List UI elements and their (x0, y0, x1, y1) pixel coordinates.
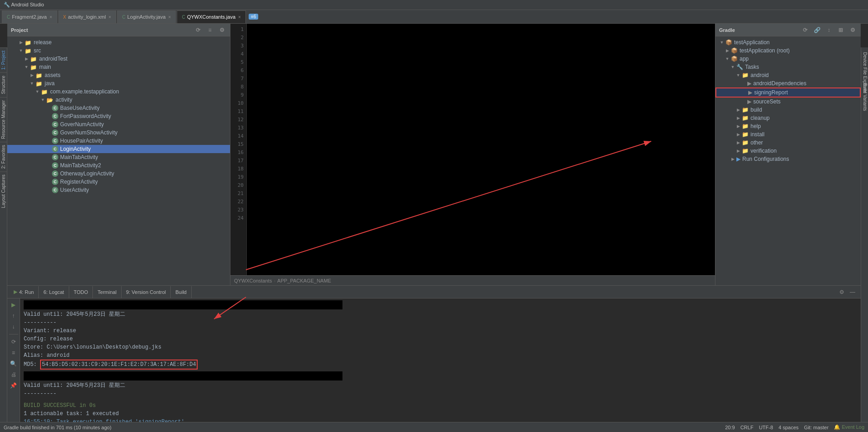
sidebar-item-resource-manager[interactable]: Resource Manager (0, 97, 7, 142)
gradle-item-app[interactable]: 📦 app (715, 55, 861, 63)
gradle-item-verification[interactable]: 📁 verification (715, 147, 861, 155)
collapse-all-button[interactable]: ≡ (205, 26, 214, 35)
close-fragment2[interactable]: × (50, 15, 52, 20)
tab-build[interactable]: Build (171, 286, 191, 298)
tree-item-RegisterActivity[interactable]: C RegisterActivity (7, 178, 230, 186)
run-scroll-up-button[interactable]: ↑ (9, 311, 18, 320)
gradle-sync-button[interactable]: ⟳ (801, 26, 810, 35)
tree-item-MainTabActivity2[interactable]: C MainTabActivity2 (7, 161, 230, 170)
tree-item-MainTabActivity[interactable]: C MainTabActivity (7, 153, 230, 161)
gradle-item-other[interactable]: 📁 other (715, 139, 861, 147)
tab-activity-login[interactable]: X activity_login.xml × (58, 10, 117, 23)
run-settings-button[interactable]: ⚙ (837, 288, 846, 297)
gradle-item-install[interactable]: 📁 install (715, 130, 861, 139)
verification-folder-icon: 📁 (742, 148, 749, 154)
indent-settings[interactable]: 4 spaces (779, 425, 799, 430)
sidebar-item-build-variants[interactable]: Build Variants (861, 82, 868, 89)
xml-file-icon: X (63, 15, 66, 20)
run-play-button[interactable]: ▶ (9, 300, 18, 309)
gradle-item-testApplication-root[interactable]: 📦 testApplication (root) (715, 46, 861, 55)
gradle-item-androidDependencies[interactable]: ▶ androidDependencies (715, 79, 861, 87)
tree-item-activity-folder[interactable]: 📂 activity (7, 96, 230, 104)
label-testApplication-root: testApplication (root) (740, 47, 790, 54)
tree-item-FortPasswordActivity[interactable]: C FortPasswordActivity (7, 112, 230, 120)
label-RegisterActivity: RegisterActivity (60, 179, 98, 185)
gradle-filter-button[interactable]: ⊞ (836, 26, 845, 35)
sidebar-item-layout-captures[interactable]: Layout Captures (0, 171, 7, 211)
sidebar-item-project[interactable]: 1: Project (0, 47, 7, 72)
sidebar-item-favorites[interactable]: 2: Favorites (0, 142, 7, 171)
run-pin-button[interactable]: 📌 (9, 381, 18, 390)
close-qywx-constants[interactable]: × (238, 15, 241, 20)
java-class-icon-user: C (52, 187, 58, 193)
gradle-item-signingReport[interactable]: ▶ signingReport (715, 87, 861, 98)
settings-button[interactable]: ⚙ (217, 26, 226, 35)
gradle-item-sourceSets[interactable]: ▶ sourceSets (715, 98, 861, 106)
tree-item-com-example[interactable]: 📁 com.example.testapplication (7, 87, 230, 96)
tab-qywx-constants[interactable]: C QYWXConstants.java × (177, 10, 245, 23)
run-rerun-button[interactable]: ⟳ (9, 337, 18, 346)
run-scroll-down-button[interactable]: ↓ (9, 322, 18, 331)
tree-item-assets[interactable]: 📁 assets (7, 71, 230, 79)
left-strip: 1: Project Structure Resource Manager 2:… (0, 47, 7, 432)
gradle-subproject-icon: 📦 (731, 47, 738, 54)
run-output[interactable]: Valid until: 2045年5月23日 星期二 ---------- V… (20, 298, 861, 422)
editor-content[interactable]: 1 2 3 4 5 6 7 8 9 10 11 12 13 14 15 16 1… (230, 24, 715, 275)
more-tabs-badge[interactable]: ≡6 (249, 14, 258, 20)
tree-item-release[interactable]: 📁 release (7, 38, 230, 46)
run-print-button[interactable]: 🖨 (9, 370, 18, 379)
tree-item-OtherwayLoginActivity[interactable]: C OtherwayLoginActivity (7, 170, 230, 178)
tree-item-UserActivity[interactable]: C UserActivity (7, 186, 230, 194)
tree-item-src[interactable]: 📁 src (7, 46, 230, 55)
folder-icon-src: 📁 (25, 48, 32, 53)
run-format-button[interactable]: ≡ (9, 348, 18, 357)
arrow-release (18, 40, 24, 45)
encoding[interactable]: UTF-8 (759, 425, 773, 430)
gradle-expand-button[interactable]: ↕ (824, 26, 833, 35)
gradle-item-testApplication[interactable]: 📦 testApplication (715, 38, 861, 46)
sync-project-button[interactable]: ⟳ (194, 26, 203, 35)
label-android: android (751, 72, 769, 78)
tab-version-control[interactable]: 9: Version Control (122, 286, 171, 298)
label-sourceSets: sourceSets (753, 98, 781, 105)
tab-login-activity[interactable]: C LoginActivity.java × (117, 10, 176, 23)
gradle-item-android[interactable]: 📁 android (715, 71, 861, 79)
tree-item-LoginActivity[interactable]: C LoginActivity (7, 145, 230, 153)
run-filter-button[interactable]: 🔍 (9, 359, 18, 368)
sidebar-item-device-file-explorer[interactable]: Device File Explorer (861, 51, 868, 58)
tree-item-java[interactable]: 📁 java (7, 79, 230, 87)
tree-item-androidtest[interactable]: 📁 androidTest (7, 55, 230, 63)
run-alias: Alias: android (24, 351, 857, 360)
gradle-item-RunConfigurations[interactable]: ▶ Run Configurations (715, 155, 861, 163)
tree-item-main[interactable]: 📁 main (7, 63, 230, 71)
java-class-icon-fort: C (52, 113, 58, 119)
arrow-src (18, 48, 24, 53)
tab-terminal[interactable]: Terminal (93, 286, 122, 298)
event-log-button[interactable]: 🔔 Event Log (834, 424, 864, 430)
gradle-link-button[interactable]: 🔗 (812, 26, 822, 35)
vcs-branch[interactable]: Git: master (804, 425, 829, 430)
tree-item-BaseUseActivity[interactable]: C BaseUseActivity (7, 104, 230, 112)
gradle-settings-button[interactable]: ⚙ (848, 26, 857, 35)
minimize-run-panel-button[interactable]: — (848, 288, 857, 297)
gradle-item-help[interactable]: 📁 help (715, 122, 861, 130)
tree-item-GoverNumActivity[interactable]: C GoverNumActivity (7, 120, 230, 129)
gradle-item-build[interactable]: 📁 build (715, 106, 861, 114)
line-num-8: 8 (230, 83, 246, 91)
gradle-app-icon: 📦 (731, 56, 738, 62)
line-ending[interactable]: CRLF (740, 425, 754, 430)
md5-value: 54:B5:D5:02:31:C9:20:1E:F1:E2:D7:3A:17:A… (40, 360, 198, 370)
build-tab-label: Build (175, 289, 186, 295)
close-login-activity[interactable]: × (168, 15, 171, 20)
tree-item-HousePairActivity[interactable]: C HousePairActivity (7, 137, 230, 145)
tab-logcat[interactable]: 6: Logcat (39, 286, 69, 298)
gradle-item-Tasks[interactable]: 🔧 Tasks (715, 63, 861, 71)
tab-run[interactable]: ▶ 4: Run (9, 286, 39, 298)
tree-item-GoverNumShowActivity[interactable]: C GoverNumShowActivity (7, 129, 230, 137)
tab-todo[interactable]: TODO (69, 286, 93, 298)
gradle-item-cleanup[interactable]: 📁 cleanup (715, 114, 861, 122)
sidebar-item-structure[interactable]: Structure (0, 72, 7, 97)
close-activity-login[interactable]: × (108, 15, 111, 20)
cursor-position[interactable]: 20:9 (725, 425, 735, 430)
tab-fragment2[interactable]: C Fragment2.java × (2, 10, 57, 23)
